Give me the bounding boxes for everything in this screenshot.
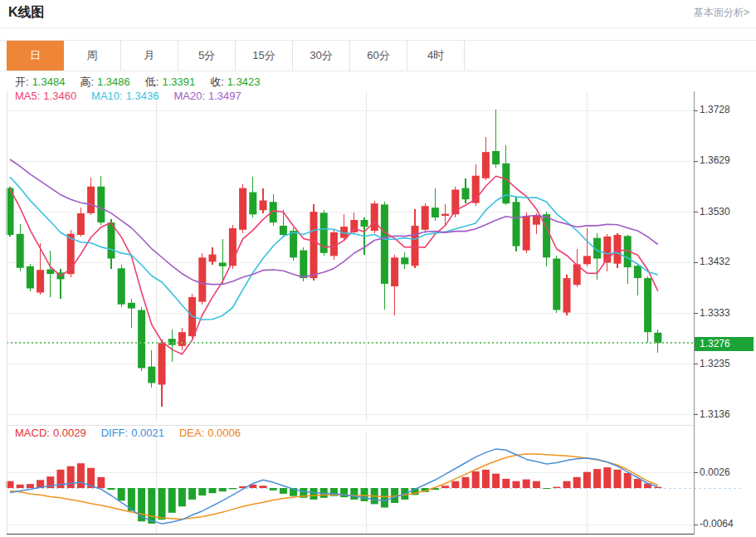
info-label: MA5: (15, 90, 40, 102)
info-value: 1.3460 (43, 90, 76, 102)
macd-bar (513, 481, 520, 488)
info-value: 1.3423 (227, 76, 261, 88)
macd-bar (270, 488, 277, 491)
candle-body (209, 255, 217, 262)
macd-bar (624, 473, 632, 488)
candle-body (178, 332, 186, 346)
info-value: 0.0021 (131, 427, 164, 439)
candle-body (583, 256, 591, 264)
macd-bar (67, 466, 75, 488)
candle-body (77, 213, 85, 235)
candle-body (543, 214, 550, 257)
candle-body (502, 164, 510, 203)
info-label: MACD: (15, 427, 50, 439)
macd-bar (654, 487, 661, 488)
macd-axis-label: -0.0064 (700, 518, 734, 530)
candle-body (361, 220, 368, 227)
candle-body (37, 270, 44, 292)
candle-body (148, 367, 155, 383)
price-axis-label: 1.3728 (700, 104, 730, 115)
macd-bar (482, 470, 490, 488)
candle-body (614, 235, 622, 264)
macd-bar (219, 488, 227, 491)
info-label: DIFF: (101, 427, 129, 439)
macd-bar (563, 481, 571, 488)
macd-info: MACD:0.0029DIFF:0.0021DEA:0.0006 (15, 427, 256, 439)
macd-bar (472, 471, 480, 488)
candle-body (128, 303, 135, 309)
macd-bar (502, 479, 510, 488)
info-value: 1.3484 (32, 76, 66, 88)
candle-body (381, 204, 388, 284)
info-label: MA10: (91, 90, 123, 102)
macd-bar (361, 488, 368, 501)
candle-body (118, 268, 125, 304)
macd-bar (229, 488, 237, 489)
price-axis-label: 1.3333 (700, 307, 730, 319)
candle-body (422, 206, 429, 229)
macd-axis-label: 0.0026 (700, 466, 730, 478)
macd-bar (441, 486, 449, 488)
candle-body (432, 207, 439, 217)
macd-bar (603, 467, 611, 488)
info-label: 低: (145, 76, 159, 88)
current-price-badge: 1.3276 (695, 337, 754, 351)
macd-bar (451, 481, 459, 488)
macd-bar (209, 488, 217, 493)
info-value: 0.0029 (53, 427, 86, 439)
candle-body (310, 212, 318, 278)
ma20-line (10, 159, 658, 285)
macd-bar (614, 470, 622, 488)
macd-bar (148, 488, 155, 524)
macd-bar (188, 488, 196, 500)
macd-bar (27, 484, 34, 488)
macd-bar (108, 488, 115, 490)
macd-bar (381, 488, 388, 508)
ohlc-info: 开:1.3484高:1.3486低:1.3391收:1.3423 (15, 75, 276, 90)
candle-body (168, 339, 176, 344)
macd-bar (280, 488, 287, 494)
candle-body (138, 310, 145, 369)
macd-bar (573, 477, 581, 488)
info-label: 收: (210, 76, 224, 88)
macd-bar (583, 472, 591, 488)
candle-body (644, 278, 651, 332)
candle-body (108, 222, 115, 258)
info-value: 1.3486 (97, 76, 130, 88)
info-label: 开: (15, 76, 29, 88)
candle-body (87, 187, 95, 213)
candle-body (290, 231, 297, 257)
info-label: MA20: (173, 90, 205, 102)
candle-body (280, 226, 287, 235)
candle-body (330, 232, 338, 256)
candle-body (563, 278, 571, 313)
info-value: 1.3436 (126, 90, 159, 102)
macd-bar (340, 488, 348, 497)
candle-body (654, 333, 661, 343)
macd-bar (198, 488, 206, 496)
macd-bar (118, 488, 125, 500)
candle-body (159, 343, 166, 384)
price-axis-label: 1.3629 (700, 154, 730, 166)
macd-bar (97, 477, 105, 488)
info-value: 0.0006 (207, 427, 241, 439)
candle-body (492, 151, 500, 164)
ma5-line (10, 176, 658, 354)
candle-body (219, 263, 227, 266)
macd-bar (462, 477, 470, 488)
macd-bar (593, 469, 601, 488)
candle-body (249, 193, 256, 215)
candle-body (482, 152, 490, 178)
macd-bar (7, 481, 14, 488)
info-label: 高: (80, 76, 94, 88)
macd-bar (310, 488, 318, 500)
candle-body (401, 257, 408, 264)
price-axis-label: 1.3530 (700, 206, 730, 217)
macd-bar (350, 488, 358, 500)
kline-panel: K线图 基本面分析> 日周月5分15分30分60分4时 开:1.3484高:1.… (0, 0, 756, 537)
candle-body (391, 257, 398, 286)
info-value: 1.3391 (162, 76, 195, 88)
macd-bar (553, 487, 560, 488)
candle-body (239, 188, 246, 230)
macd-bar (634, 479, 641, 488)
